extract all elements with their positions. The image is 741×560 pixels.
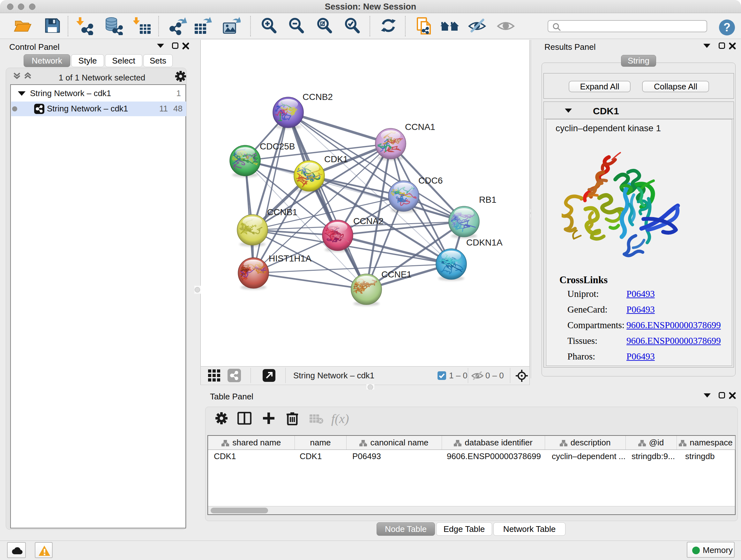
svg-text:CCNE1: CCNE1: [381, 269, 412, 279]
svg-text:CDC25B: CDC25B: [260, 141, 295, 151]
svg-text:CDC6: CDC6: [418, 176, 443, 186]
svg-text:?: ?: [724, 21, 731, 34]
svg-text:CCNB2: CCNB2: [302, 92, 333, 102]
svg-text:CCNA1: CCNA1: [405, 122, 435, 132]
svg-text:HIST1H1A: HIST1H1A: [269, 253, 312, 263]
svg-text:RB1: RB1: [479, 195, 496, 205]
svg-text:CDKN1A: CDKN1A: [466, 238, 502, 247]
svg-text:CCNA2: CCNA2: [353, 216, 384, 226]
svg-text:CDK1: CDK1: [324, 154, 348, 164]
svg-text:CCNB1: CCNB1: [267, 207, 297, 217]
